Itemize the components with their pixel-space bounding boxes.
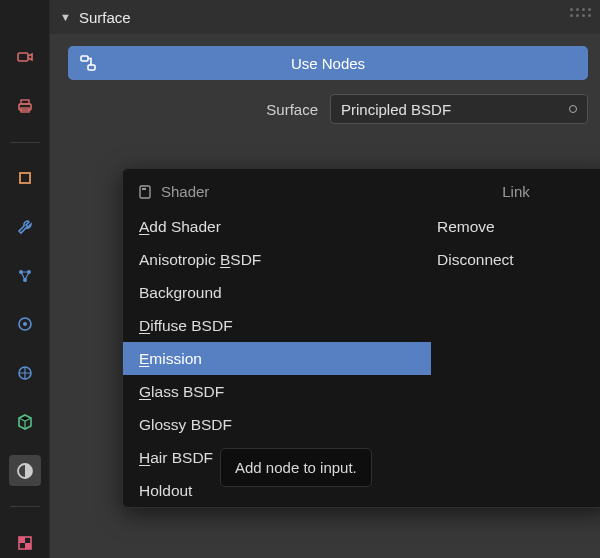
popup-heading-link: Link	[431, 177, 600, 210]
separator	[10, 506, 40, 507]
separator	[10, 142, 40, 143]
properties-panel: ▼ Surface Use Nodes Surface Principled B…	[50, 0, 600, 558]
node-tree-icon	[78, 53, 98, 73]
surface-shader-value: Principled BSDF	[341, 101, 451, 118]
drag-grip-icon[interactable]	[570, 8, 592, 22]
wrench-icon	[15, 217, 35, 237]
menu-item-glossy-bsdf[interactable]: Glossy BSDF	[123, 408, 431, 441]
camera-back-icon	[15, 47, 35, 67]
menu-item-background[interactable]: Background	[123, 276, 431, 309]
properties-tabstrip	[0, 0, 50, 558]
surface-row: Surface Principled BSDF	[68, 94, 588, 124]
popup-column-link: Link RemoveDisconnect	[431, 177, 600, 507]
tooltip-text: Add node to input.	[235, 459, 357, 476]
tab-object[interactable]	[9, 260, 41, 291]
svg-rect-14	[25, 543, 31, 549]
menu-item-add-shader[interactable]: Add Shader	[123, 210, 431, 243]
physics-icon	[15, 314, 35, 334]
particles-icon	[15, 266, 35, 286]
popup-heading-shader: Shader	[123, 177, 431, 210]
mesh-icon	[15, 412, 35, 432]
tab-world[interactable]	[9, 211, 41, 242]
svg-rect-4	[20, 173, 30, 183]
tab-texture[interactable]	[9, 527, 41, 558]
menu-item-disconnect[interactable]: Disconnect	[431, 243, 600, 276]
menu-item-anisotropic-bsdf[interactable]: Anisotropic BSDF	[123, 243, 431, 276]
svg-rect-2	[21, 100, 29, 104]
tooltip: Add node to input.	[220, 448, 372, 487]
svg-rect-18	[142, 188, 146, 190]
tab-scene[interactable]	[9, 163, 41, 194]
svg-rect-17	[140, 186, 150, 198]
tab-physics[interactable]	[9, 309, 41, 340]
menu-item-remove[interactable]: Remove	[431, 210, 600, 243]
texture-icon	[15, 533, 35, 553]
svg-rect-0	[18, 53, 28, 61]
tab-output[interactable]	[9, 91, 41, 122]
tab-material[interactable]	[9, 455, 41, 486]
use-nodes-button[interactable]: Use Nodes	[68, 46, 588, 80]
printer-icon	[15, 96, 35, 116]
panel-title: Surface	[79, 9, 131, 26]
tab-mesh[interactable]	[9, 407, 41, 438]
svg-point-9	[23, 322, 27, 326]
menu-item-diffuse-bsdf[interactable]: Diffuse BSDF	[123, 309, 431, 342]
scene-icon	[15, 168, 35, 188]
surface-shader-field[interactable]: Principled BSDF	[330, 94, 588, 124]
svg-rect-13	[19, 537, 25, 543]
tab-render[interactable]	[9, 42, 41, 73]
svg-rect-15	[81, 56, 88, 61]
menu-item-emission[interactable]: Emission	[123, 342, 431, 375]
surface-label: Surface	[68, 101, 318, 118]
node-socket-icon[interactable]	[569, 105, 577, 113]
page-icon	[137, 184, 153, 200]
constraint-icon	[15, 363, 35, 383]
svg-rect-16	[88, 65, 95, 70]
disclosure-triangle-icon: ▼	[60, 11, 71, 23]
tab-constraints[interactable]	[9, 358, 41, 389]
material-icon	[15, 461, 35, 481]
panel-header-surface[interactable]: ▼ Surface	[50, 0, 600, 34]
use-nodes-label: Use Nodes	[291, 55, 365, 72]
menu-item-glass-bsdf[interactable]: Glass BSDF	[123, 375, 431, 408]
